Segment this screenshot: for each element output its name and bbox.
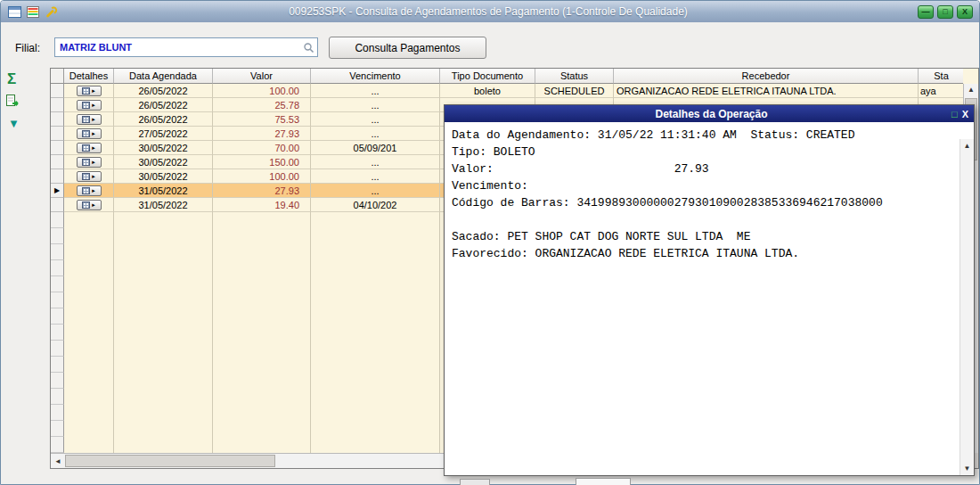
cell-data-agendada: 30/05/2022 bbox=[114, 155, 213, 169]
cell-data-agendada: 26/05/2022 bbox=[114, 84, 213, 98]
cell-vencimento: ... bbox=[311, 127, 440, 141]
maximize-button[interactable]: □ bbox=[937, 5, 953, 19]
details-grid-icon bbox=[82, 187, 90, 194]
details-arrow-icon: ▸ bbox=[92, 159, 95, 165]
dialog-scrollbar[interactable]: ▲ ▼ bbox=[960, 139, 974, 475]
consulta-pagamentos-button[interactable]: Consulta Pagamentos bbox=[329, 37, 486, 59]
column-header[interactable]: Status bbox=[535, 69, 614, 84]
column-header[interactable]: Data Agendada bbox=[114, 69, 213, 84]
dialog-body: Data do Agendamento: 31/05/22 11:31:40 A… bbox=[445, 122, 974, 475]
background-window-fragment bbox=[460, 479, 490, 485]
details-button[interactable]: ▸ bbox=[77, 200, 102, 210]
cell-recebedor: ORGANIZACAO REDE ELETRICA ITAUNA LTDA. bbox=[614, 84, 919, 98]
dialog-maximize-button[interactable]: □ bbox=[951, 109, 958, 119]
details-grid-icon bbox=[82, 173, 90, 180]
sum-sigma-icon[interactable]: Σ bbox=[7, 70, 16, 88]
details-arrow-icon: ▸ bbox=[92, 144, 95, 151]
cell-data-agendada: 31/05/2022 bbox=[114, 198, 213, 212]
column-header[interactable]: Sta bbox=[919, 69, 963, 84]
details-grid-icon bbox=[82, 130, 90, 137]
column-header[interactable]: Valor bbox=[213, 69, 311, 84]
cell-detalhes: ▸ bbox=[64, 198, 114, 212]
horizontal-scroll-thumb[interactable] bbox=[65, 455, 275, 467]
details-arrow-icon: ▸ bbox=[92, 116, 95, 122]
filter-down-icon[interactable]: ▼ bbox=[8, 117, 20, 130]
details-grid-icon bbox=[82, 159, 90, 166]
cell-detalhes: ▸ bbox=[64, 141, 114, 155]
cell-status: SCHEDULED bbox=[535, 84, 614, 98]
details-grid-icon bbox=[82, 201, 90, 209]
details-button[interactable]: ▸ bbox=[77, 185, 102, 196]
export-grid-icon[interactable] bbox=[5, 94, 20, 111]
cell-tipo-documento: boleto bbox=[440, 84, 535, 98]
cell-vencimento: 04/10/202 bbox=[311, 198, 440, 212]
titlebar[interactable]: 009253SPK - Consulta de Agendamentos de … bbox=[1, 1, 979, 22]
details-button[interactable]: ▸ bbox=[77, 171, 102, 182]
dialog-scroll-up-icon[interactable]: ▲ bbox=[960, 142, 974, 150]
cell-valor: 100.00 bbox=[213, 84, 311, 98]
header-row-selector bbox=[51, 69, 64, 84]
dialog-close-button[interactable]: X bbox=[962, 109, 968, 119]
cell-vencimento: 05/09/201 bbox=[311, 141, 440, 155]
column-header[interactable]: Vencimento bbox=[311, 69, 440, 84]
row-selector: ▶ bbox=[51, 184, 64, 198]
cell-data-agendada: 26/05/2022 bbox=[114, 112, 213, 127]
search-icon[interactable] bbox=[303, 42, 314, 53]
cell-detalhes: ▸ bbox=[64, 127, 114, 141]
toolbar: Filial: MATRIZ BLUNT Consulta Pagamentos bbox=[1, 22, 979, 65]
details-button[interactable]: ▸ bbox=[77, 143, 102, 153]
details-button[interactable]: ▸ bbox=[77, 86, 102, 96]
row-selector bbox=[51, 276, 64, 292]
details-grid-icon bbox=[82, 87, 90, 95]
app-window: 009253SPK - Consulta de Agendamentos de … bbox=[0, 0, 980, 485]
column-header[interactable]: Tipo Documento bbox=[440, 69, 535, 84]
column-header[interactable]: Recebedor bbox=[614, 69, 919, 84]
dialog-titlebar[interactable]: Detalhes da Operação □ X bbox=[445, 105, 974, 122]
cell-valor: 100.00 bbox=[213, 169, 311, 184]
wrench-icon bbox=[45, 5, 59, 18]
cell-vencimento: ... bbox=[311, 184, 440, 198]
details-arrow-icon: ▸ bbox=[92, 173, 95, 179]
cell-vencimento: ... bbox=[311, 84, 440, 98]
cell-detalhes: ▸ bbox=[64, 98, 114, 112]
cell-data-agendada: 30/05/2022 bbox=[114, 169, 213, 184]
row-selector bbox=[51, 421, 64, 437]
details-arrow-icon: ▸ bbox=[92, 187, 95, 193]
row-selector bbox=[51, 341, 64, 357]
data-rows-icon bbox=[27, 6, 39, 18]
row-selector bbox=[51, 127, 64, 141]
screen: 009253SPK - Consulta de Agendamentos de … bbox=[0, 0, 980, 485]
cell-valor: 75.53 bbox=[213, 112, 311, 127]
row-selector bbox=[51, 169, 64, 184]
filial-input[interactable]: MATRIZ BLUNT bbox=[54, 37, 318, 57]
details-button[interactable]: ▸ bbox=[77, 128, 102, 139]
row-selector bbox=[51, 155, 64, 169]
minimize-button[interactable]: — bbox=[918, 5, 934, 19]
dialog-scroll-down-icon[interactable]: ▼ bbox=[960, 464, 974, 473]
scroll-up-icon[interactable]: ▲ bbox=[964, 86, 978, 94]
close-button[interactable]: X bbox=[957, 5, 973, 19]
row-selector bbox=[51, 292, 64, 308]
cell-vencimento: ... bbox=[311, 155, 440, 169]
details-button[interactable]: ▸ bbox=[77, 114, 102, 125]
cell-detalhes: ▸ bbox=[64, 155, 114, 169]
row-selector bbox=[51, 112, 64, 127]
row-selector bbox=[51, 437, 64, 453]
details-button[interactable]: ▸ bbox=[77, 100, 102, 111]
cell-detalhes: ▸ bbox=[64, 184, 114, 198]
column-header[interactable]: Detalhes bbox=[64, 69, 114, 84]
cell-valor: 150.00 bbox=[213, 155, 311, 169]
dialog-title: Detalhes da Operação bbox=[482, 108, 941, 120]
cell-detalhes: ▸ bbox=[64, 112, 114, 127]
window-title: 009253SPK - Consulta de Agendamentos de … bbox=[59, 5, 918, 18]
details-grid-icon bbox=[82, 102, 90, 109]
cell-valor: 27.93 bbox=[213, 184, 311, 198]
row-selector bbox=[51, 405, 64, 421]
cell-valor: 19.40 bbox=[213, 198, 311, 212]
row-selector bbox=[51, 373, 64, 389]
table-row[interactable]: ▸26/05/2022100.00...boletoSCHEDULEDORGAN… bbox=[51, 84, 963, 98]
scroll-left-icon[interactable]: ◄ bbox=[51, 457, 65, 465]
row-selector bbox=[51, 357, 64, 373]
details-button[interactable]: ▸ bbox=[77, 157, 102, 168]
cell-detalhes: ▸ bbox=[64, 169, 114, 184]
